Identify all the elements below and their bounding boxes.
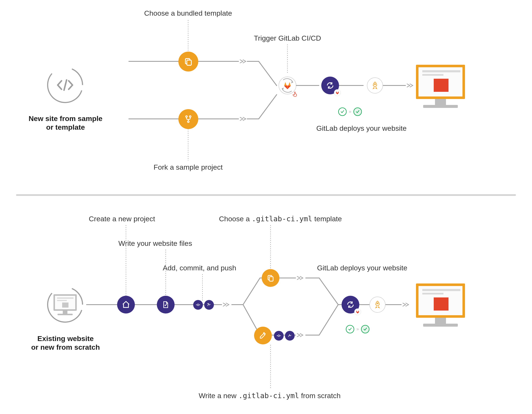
copy-icon	[178, 52, 198, 71]
check-icon	[353, 108, 362, 116]
sync-icon	[342, 296, 359, 314]
commit-icon	[193, 300, 203, 310]
text: Choose a	[219, 215, 252, 223]
label-create-project: Create a new project	[89, 215, 155, 223]
pipeline-status: »	[346, 325, 370, 333]
svg-point-27	[278, 335, 280, 336]
computer-icon	[54, 294, 77, 315]
text: Write a new	[199, 392, 238, 400]
start-title-bottom: Existing website or new from scratch	[23, 334, 108, 352]
chevron-icon: »	[356, 326, 359, 332]
edit-icon	[254, 327, 272, 345]
gitlab-badge-icon	[334, 89, 341, 96]
connectors-top-left	[0, 0, 266, 190]
svg-rect-4	[187, 60, 191, 65]
label-write-ci: Write a new .gitlab-ci.yml from scratch	[199, 391, 341, 400]
check-icon	[361, 325, 370, 333]
svg-point-6	[189, 116, 191, 118]
label-choose-ci: Choose a .gitlab-ci.yml template	[219, 215, 342, 223]
website-computer-icon	[416, 284, 465, 327]
text: Existing website	[38, 335, 94, 343]
push-icon	[204, 300, 214, 310]
rocket-icon	[367, 78, 383, 94]
label-trigger-ci: Trigger GitLab CI/CD	[247, 34, 328, 42]
svg-point-22	[197, 304, 199, 306]
code: .gitlab-ci.yml	[238, 391, 299, 400]
rocket-icon	[370, 296, 386, 313]
commit-icon	[274, 331, 284, 341]
dotted	[287, 44, 288, 74]
chevron-icon: »	[349, 109, 351, 114]
svg-point-7	[188, 121, 189, 122]
gitlab-ci-icon	[279, 77, 296, 94]
text: template	[312, 215, 342, 223]
text: from scratch	[299, 392, 341, 400]
home-icon	[117, 296, 135, 314]
text: or new from scratch	[31, 343, 100, 351]
gitlab-badge-icon	[354, 308, 361, 315]
check-icon	[338, 108, 347, 116]
sync-icon	[321, 77, 339, 94]
start-existing-icon	[47, 286, 83, 323]
label-add-commit-push: Add, commit, and push	[163, 264, 236, 272]
copy-icon	[262, 269, 279, 287]
pipeline-status: »	[338, 108, 362, 116]
section-divider	[16, 194, 516, 196]
svg-point-5	[186, 116, 187, 118]
label-write-files: Write your website files	[118, 239, 192, 248]
push-icon	[285, 331, 295, 341]
label-deploy-bottom: GitLab deploys your website	[317, 264, 407, 272]
svg-rect-26	[269, 277, 273, 281]
check-icon	[346, 325, 354, 333]
fork-icon	[178, 109, 198, 129]
website-computer-icon	[416, 65, 465, 108]
file-icon	[157, 296, 175, 314]
code: .gitlab-ci.yml	[252, 215, 312, 223]
label-fork-sample: Fork a sample project	[146, 163, 230, 172]
label-deploy-top: GitLab deploys your website	[311, 124, 412, 133]
